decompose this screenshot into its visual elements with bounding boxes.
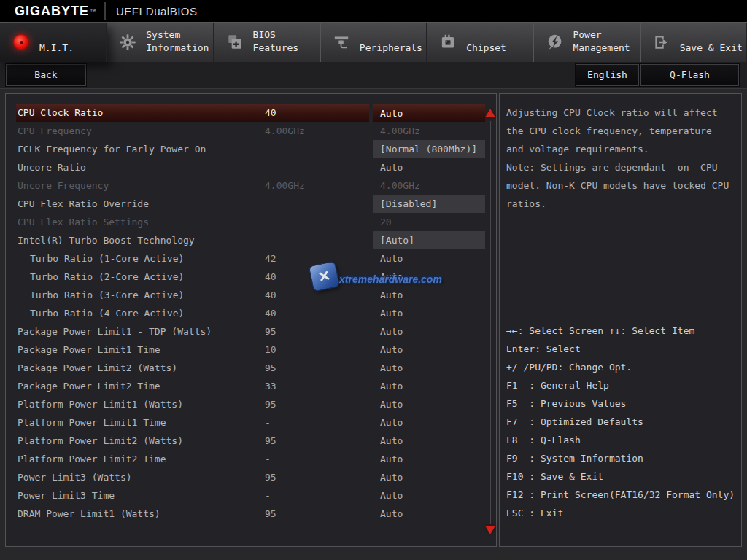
tab-label: Chipset	[466, 26, 506, 58]
watermark-x-icon: ✕	[309, 261, 341, 292]
setting-label: Platform Power Limit1 (Watts)	[18, 395, 183, 413]
help-panel: Adjusting CPU Clock ratio will affectthe…	[499, 93, 742, 547]
setting-current-value: 33	[265, 377, 276, 395]
key-legend-line: F8 : Q-Flash	[506, 431, 735, 449]
topbar-divider	[104, 2, 106, 20]
tab-label-line: System	[146, 28, 209, 42]
setting-row[interactable]: Uncore RatioAuto	[6, 158, 496, 176]
tab-label-line: Chipset	[466, 42, 506, 55]
setting-option-value: Auto	[374, 432, 485, 450]
help-text-line: model. Non-K CPU models have locked CPU	[506, 176, 729, 195]
key-legend-line: →←: Select Screen ↑↓: Select Item	[506, 322, 735, 340]
exit-door-icon	[651, 32, 672, 52]
setting-row[interactable]: Package Power Limit1 - TDP (Watts)95Auto	[6, 322, 496, 341]
setting-row[interactable]: Package Power Limit1 Time10Auto	[6, 341, 496, 359]
setting-label: Turbo Ratio (2-Core Active)	[30, 268, 184, 286]
setting-row[interactable]: Platform Power Limit2 (Watts)95Auto	[6, 432, 496, 450]
setting-current-value: 40	[265, 268, 276, 286]
setting-label: CPU Flex Ratio Override	[18, 195, 149, 213]
setting-current-value: 10	[265, 341, 276, 359]
top-bar: GIGABYTE™ UEFI DualBIOS	[0, 0, 747, 22]
setting-row[interactable]: DRAM Power Limit1 (Watts)95Auto	[6, 505, 496, 523]
watermark: ✕ xtremehardware.com	[311, 263, 435, 294]
key-legend-line: +/-/PU/PD: Change Opt.	[506, 358, 735, 376]
settings-list: CPU Clock Ratio40AutoCPU Frequency4.00GH…	[6, 104, 496, 523]
setting-current-value: -	[265, 450, 271, 468]
setting-row[interactable]: CPU Clock Ratio40Auto	[6, 104, 496, 122]
setting-label: Platform Power Limit1 Time	[18, 413, 166, 432]
setting-option-value: Auto	[374, 158, 485, 176]
setting-label: Turbo Ratio (3-Core Active)	[30, 286, 184, 304]
tab-peripherals[interactable]: Peripherals	[320, 23, 427, 62]
setting-option-value[interactable]: [Disabled]	[374, 195, 485, 213]
help-text-line: Note: Settings are dependant on CPU	[506, 158, 729, 176]
setting-option-value: Auto	[374, 395, 485, 413]
tab-label: Peripherals	[360, 26, 422, 58]
setting-current-value: -	[265, 413, 271, 432]
tab-mit[interactable]: M.I.T.	[0, 23, 107, 62]
setting-option-value: 20	[374, 213, 485, 231]
setting-option-value: Auto	[374, 505, 485, 523]
setting-current-value: 95	[265, 505, 276, 523]
setting-row[interactable]: Platform Power Limit1 Time-Auto	[6, 413, 496, 432]
setting-option-value: Auto	[374, 341, 485, 359]
setting-row[interactable]: Intel(R) Turbo Boost Technology[Auto]	[6, 231, 496, 249]
setting-row[interactable]: Platform Power Limit2 Time-Auto	[6, 450, 496, 468]
setting-option-value[interactable]: Auto	[374, 104, 485, 122]
tab-chipset[interactable]: Chipset	[427, 23, 533, 62]
setting-label: Platform Power Limit2 Time	[18, 450, 166, 468]
setting-row[interactable]: Uncore Frequency4.00GHz4.00GHz	[6, 176, 496, 195]
back-button[interactable]: Back	[6, 64, 86, 86]
setting-row[interactable]: Package Power Limit2 (Watts)95Auto	[6, 359, 496, 377]
setting-label: CPU Clock Ratio	[18, 104, 103, 122]
tab-label-line: Power	[573, 28, 630, 42]
setting-row[interactable]: Power Limit3 Time-Auto	[6, 486, 496, 505]
setting-row[interactable]: CPU Flex Ratio Override[Disabled]	[6, 195, 496, 213]
language-button[interactable]: English	[576, 64, 639, 86]
setting-current-value: 95	[265, 359, 276, 377]
setting-row[interactable]: FCLK Frequency for Early Power On[Normal…	[6, 140, 496, 158]
help-text-line: and voltage requirements.	[506, 140, 729, 158]
key-legend-line: F10 : Save & Exit	[506, 467, 735, 486]
setting-row[interactable]: Platform Power Limit1 (Watts)95Auto	[6, 395, 496, 413]
tab-label-line: Information	[146, 42, 209, 55]
tab-label: Save & Exit	[680, 26, 743, 58]
tab-power-management[interactable]: PowerManagement	[533, 23, 640, 62]
scroll-up-icon[interactable]	[485, 109, 495, 117]
setting-label: Package Power Limit1 - TDP (Watts)	[18, 322, 212, 341]
setting-option-value[interactable]: [Normal (800Mhz)]	[374, 140, 485, 158]
setting-label: CPU Frequency	[18, 122, 92, 140]
tab-label: BIOSFeatures	[253, 26, 299, 58]
setting-row[interactable]: CPU Flex Ratio Settings20	[6, 213, 496, 231]
setting-current-value: 95	[265, 432, 276, 450]
tab-label: SystemInformation	[146, 26, 209, 58]
scroll-down-icon[interactable]	[485, 526, 495, 534]
setting-row[interactable]: Package Power Limit2 Time33Auto	[6, 377, 496, 395]
setting-current-value: -	[265, 486, 271, 505]
setting-option-value: Auto	[374, 377, 485, 395]
key-legend-line: F1 : General Help	[506, 376, 735, 394]
setting-current-value: 40	[265, 286, 276, 304]
chip-plus-icon	[225, 32, 245, 52]
setting-row[interactable]: Turbo Ratio (4-Core Active)40Auto	[6, 304, 496, 322]
setting-label: Uncore Frequency	[18, 176, 109, 195]
setting-option-value[interactable]: [Auto]	[374, 231, 485, 249]
setting-row[interactable]: Power Limit3 (Watts)95Auto	[6, 468, 496, 486]
tab-label-line: Peripherals	[360, 42, 422, 55]
tab-save-exit[interactable]: Save & Exit	[640, 23, 747, 62]
setting-current-value: 95	[265, 395, 276, 413]
tab-bios-features[interactable]: BIOSFeatures	[214, 23, 320, 62]
setting-option-value: 4.00GHz	[374, 122, 485, 140]
tab-system-information[interactable]: SystemInformation	[107, 23, 213, 62]
qflash-button[interactable]: Q-Flash	[640, 64, 739, 86]
setting-option-value: Auto	[374, 304, 485, 322]
scrollbar-track[interactable]	[490, 121, 491, 524]
tab-label-line: Management	[573, 42, 630, 55]
help-text-line: the CPU clock frequency, temperature	[506, 122, 729, 140]
setting-label: DRAM Power Limit1 (Watts)	[18, 505, 160, 523]
setting-row[interactable]: CPU Frequency4.00GHz4.00GHz	[6, 122, 496, 140]
tab-label-line: M.I.T.	[39, 42, 74, 55]
setting-label: Platform Power Limit2 (Watts)	[18, 432, 183, 450]
settings-panel: CPU Clock Ratio40AutoCPU Frequency4.00GH…	[5, 93, 497, 547]
setting-option-value: Auto	[374, 486, 485, 505]
